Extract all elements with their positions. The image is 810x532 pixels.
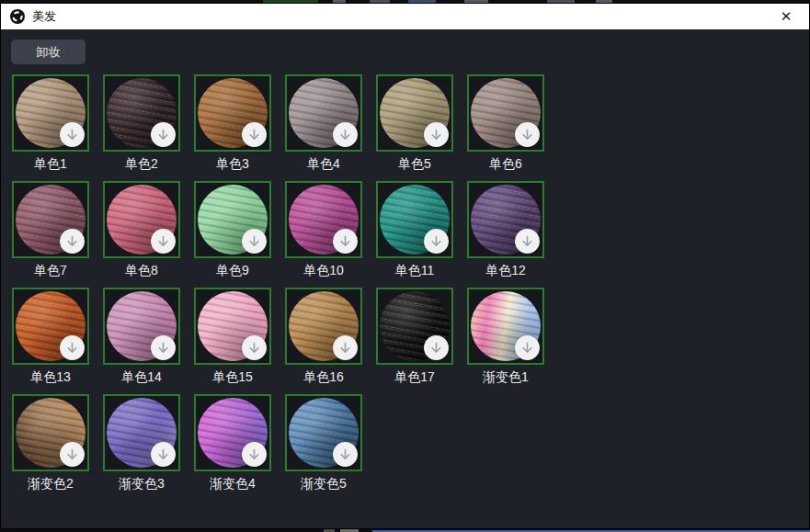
swatch-label: 单色14	[103, 369, 180, 385]
swatch-label: 单色10	[285, 263, 362, 278]
download-icon	[66, 342, 78, 355]
swatch-cell: 单色11	[376, 181, 453, 278]
swatch-label: 单色6	[467, 156, 544, 172]
swatch-label: 单色12	[467, 263, 544, 278]
download-icon	[248, 235, 260, 248]
hair-swatch-tile[interactable]	[194, 74, 271, 152]
download-button[interactable]	[515, 335, 540, 360]
swatch-cell: 单色2	[103, 74, 180, 172]
swatch-label: 单色17	[376, 369, 453, 385]
download-button[interactable]	[333, 122, 358, 147]
swatch-cell: 单色5	[376, 74, 453, 172]
download-button[interactable]	[151, 442, 176, 467]
swatch-label: 单色15	[194, 369, 271, 385]
download-button[interactable]	[60, 335, 85, 360]
swatch-label: 单色8	[103, 263, 180, 278]
swatch-cell: 单色14	[103, 288, 180, 385]
swatch-label: 渐变色5	[285, 476, 362, 492]
download-button[interactable]	[242, 442, 267, 467]
download-button[interactable]	[242, 229, 267, 254]
hair-swatch-tile[interactable]	[285, 394, 362, 471]
download-icon	[430, 129, 442, 141]
hair-swatch-tile[interactable]	[194, 288, 271, 365]
swatch-cell: 渐变色4	[194, 394, 271, 492]
dialog-body: 卸妆 单色1 单色2	[1, 29, 809, 528]
remove-makeup-button[interactable]: 卸妆	[11, 40, 86, 64]
download-icon	[157, 342, 169, 355]
download-button[interactable]	[60, 122, 85, 147]
download-icon	[339, 129, 351, 141]
download-button[interactable]	[424, 122, 449, 147]
swatch-cell: 单色6	[467, 74, 544, 172]
hair-swatch-tile[interactable]	[376, 181, 453, 258]
hair-swatch-tile[interactable]	[12, 181, 89, 258]
hair-swatch-tile[interactable]	[12, 288, 89, 365]
swatch-grid: 单色1 单色2 单色3	[12, 74, 799, 492]
swatch-cell: 单色4	[285, 74, 362, 172]
swatch-label: 单色5	[376, 156, 453, 172]
close-button[interactable]: ✕	[772, 6, 800, 28]
download-button[interactable]	[151, 122, 176, 147]
hair-swatch-tile[interactable]	[376, 74, 453, 152]
swatch-label: 单色7	[12, 263, 89, 278]
swatch-label: 单色4	[285, 156, 362, 172]
download-button[interactable]	[151, 335, 176, 360]
download-button[interactable]	[333, 335, 358, 360]
swatch-label: 单色1	[12, 156, 89, 172]
download-icon	[339, 448, 351, 461]
hair-swatch-tile[interactable]	[103, 74, 180, 152]
hair-swatch-tile[interactable]	[12, 394, 89, 471]
swatch-label: 渐变色2	[12, 476, 89, 492]
hair-swatch-tile[interactable]	[467, 181, 544, 258]
hair-swatch-tile[interactable]	[103, 181, 180, 258]
download-button[interactable]	[515, 122, 540, 147]
download-button[interactable]	[242, 335, 267, 360]
swatch-cell: 渐变色1	[467, 288, 544, 385]
hair-swatch-tile[interactable]	[103, 394, 180, 471]
hair-swatch-tile[interactable]	[12, 74, 89, 152]
download-button[interactable]	[333, 229, 358, 254]
download-button[interactable]	[242, 122, 267, 147]
swatch-label: 单色2	[103, 156, 180, 172]
download-button[interactable]	[424, 229, 449, 254]
swatch-cell: 单色17	[376, 288, 453, 385]
hair-swatch-tile[interactable]	[467, 288, 544, 365]
download-icon	[157, 129, 169, 141]
hair-swatch-tile[interactable]	[194, 394, 271, 471]
hair-swatch-tile[interactable]	[285, 181, 362, 258]
hair-swatch-tile[interactable]	[285, 74, 362, 152]
hair-swatch-tile[interactable]	[194, 181, 271, 258]
swatch-label: 渐变色1	[467, 369, 544, 385]
swatch-label: 渐变色3	[103, 476, 180, 492]
download-icon	[157, 235, 169, 248]
hair-swatch-tile[interactable]	[467, 74, 544, 152]
hair-swatch-tile[interactable]	[376, 288, 453, 365]
download-button[interactable]	[151, 229, 176, 254]
swatch-cell: 渐变色5	[285, 394, 362, 492]
swatch-cell: 单色1	[12, 74, 89, 172]
download-icon	[521, 129, 533, 141]
download-button[interactable]	[60, 442, 85, 467]
swatch-cell: 单色7	[12, 181, 89, 278]
swatch-cell: 单色10	[285, 181, 362, 278]
download-icon	[248, 448, 260, 461]
download-icon	[248, 129, 260, 141]
hair-swatch-tile[interactable]	[285, 288, 362, 365]
hair-styling-dialog: 美发 ✕ 卸妆 单色1	[0, 3, 810, 529]
download-icon	[521, 235, 533, 248]
download-button[interactable]	[424, 335, 449, 360]
hair-swatch-tile[interactable]	[103, 288, 180, 365]
download-icon	[430, 342, 442, 355]
download-button[interactable]	[60, 229, 85, 254]
download-icon	[521, 342, 533, 355]
swatch-label: 单色9	[194, 263, 271, 278]
window-title: 美发	[32, 8, 56, 25]
download-icon	[248, 342, 260, 355]
download-button[interactable]	[515, 229, 540, 254]
swatch-cell: 单色9	[194, 181, 271, 278]
swatch-label: 单色3	[194, 156, 271, 172]
download-icon	[66, 448, 78, 461]
swatch-cell: 单色13	[12, 288, 89, 385]
titlebar[interactable]: 美发 ✕	[1, 4, 809, 29]
download-button[interactable]	[333, 442, 358, 467]
